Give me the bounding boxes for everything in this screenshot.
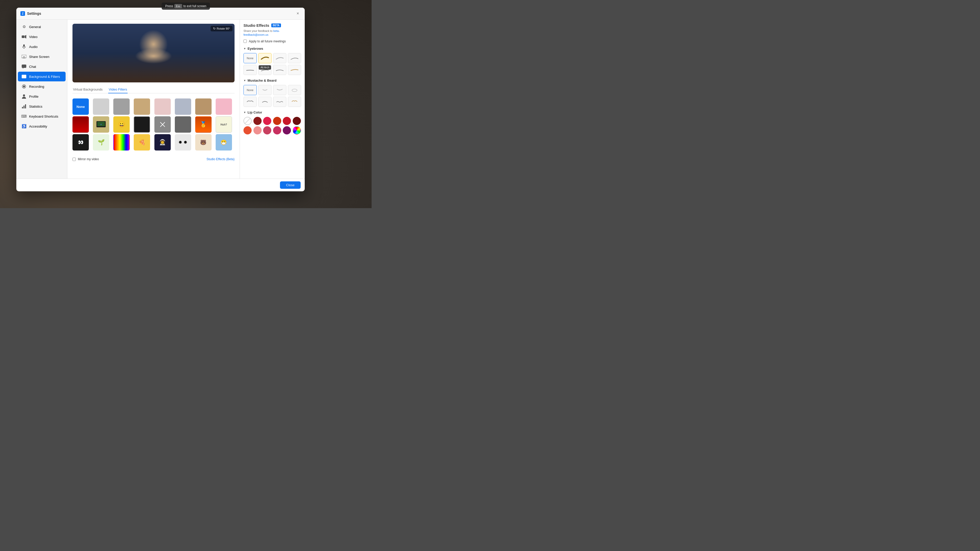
filter-bear[interactable]: 🐻 (195, 134, 212, 151)
lip-color-coral[interactable] (243, 126, 251, 135)
lip-color-header[interactable]: ▼ Lip Color (243, 110, 301, 114)
svg-rect-8 (22, 65, 26, 68)
filter-huh[interactable]: Huh? (216, 116, 232, 133)
mustache-style-7[interactable] (288, 97, 301, 107)
filter-red-curtain[interactable] (73, 116, 89, 133)
lip-color-dark-maroon[interactable] (293, 117, 301, 125)
filter-tan2[interactable] (195, 98, 212, 115)
sidebar-item-background-filters[interactable]: Background & Filters (18, 72, 65, 81)
filter-emoji[interactable]: 😀 (113, 116, 130, 133)
rotate-icon: ↻ (213, 27, 216, 30)
filter-pizza[interactable]: 🍕 (134, 134, 150, 151)
filter-grid-wrapper: None 📺 (73, 97, 234, 152)
apply-checkbox-input[interactable] (243, 40, 247, 43)
lip-color-dark-red[interactable] (253, 117, 262, 125)
keyboard-icon: ⌨ (21, 114, 27, 119)
sidebar: ⚙ General Video (16, 20, 67, 179)
filter-dots[interactable] (134, 116, 150, 133)
mustache-style-4[interactable] (243, 97, 257, 107)
sidebar-label-accessibility: Accessibility (29, 124, 47, 128)
mustache-header[interactable]: ▼ Mustache & Beard (243, 79, 301, 83)
window-close-button[interactable]: × (295, 11, 301, 16)
statistics-icon (21, 104, 27, 109)
filter-cross[interactable] (154, 116, 171, 133)
eyebrow-style-7[interactable] (288, 65, 301, 75)
lip-color-chevron: ▼ (243, 111, 246, 114)
studio-effects-link[interactable]: Studio Effects (Beta) (207, 157, 234, 161)
fullscreen-hint: Press Esc to exit full screen (162, 3, 210, 10)
sidebar-item-keyboard-shortcuts[interactable]: ⌨ Keyboard Shortcuts (18, 111, 65, 121)
filter-monitor[interactable] (175, 116, 191, 133)
bottom-bar: Mirror my video Studio Effects (Beta) (73, 156, 234, 161)
mustache-style-1[interactable] (258, 85, 272, 95)
sidebar-item-share-screen[interactable]: Share Screen (18, 52, 65, 62)
filter-tan[interactable] (134, 98, 150, 115)
rotate-button[interactable]: ↻ Rotate 90° (210, 26, 232, 32)
svg-rect-10 (22, 75, 26, 78)
mustache-style-2[interactable] (273, 85, 286, 95)
sidebar-item-general[interactable]: ⚙ General (18, 22, 65, 32)
mirror-checkbox-input[interactable] (73, 158, 76, 161)
eyebrows-header[interactable]: ▼ Eyebrows (243, 47, 301, 51)
eyebrows-grid: None Alt Arch (243, 53, 301, 75)
filter-none[interactable]: None (73, 98, 89, 115)
eyebrow-style-5[interactable] (258, 65, 272, 75)
bottom-close: Close (16, 179, 305, 191)
filter-sprout[interactable]: 🌱 (93, 134, 109, 151)
rotate-label: Rotate 90° (217, 27, 230, 30)
lip-color-orange-red[interactable] (273, 117, 281, 125)
filter-pink[interactable] (216, 98, 232, 115)
eyebrow-style-3[interactable] (288, 53, 301, 63)
filter-gray-blue[interactable] (175, 98, 191, 115)
eyebrow-style-4[interactable] (243, 65, 257, 75)
sidebar-item-statistics[interactable]: Statistics (18, 102, 65, 111)
eyebrow-alt-arch[interactable]: Alt Arch (258, 53, 272, 63)
mustache-style-3[interactable] (288, 85, 301, 95)
lip-color-red[interactable] (283, 117, 291, 125)
filter-dots2[interactable]: ✸ ✸ (175, 134, 191, 151)
close-dialog-button[interactable]: Close (280, 181, 301, 189)
filter-gray-medium[interactable] (113, 98, 130, 115)
eyebrow-style-6[interactable] (273, 65, 286, 75)
lip-color-rose[interactable] (263, 126, 271, 135)
filter-medal[interactable]: 🥇 (195, 116, 212, 133)
tab-virtual-backgrounds[interactable]: Virtual Backgrounds (73, 86, 103, 94)
mustache-none[interactable]: None (243, 85, 257, 95)
filter-tv[interactable]: 📺 (93, 116, 109, 133)
filter-astro[interactable]: 👨‍🚀 (154, 134, 171, 151)
mustache-style-5[interactable] (258, 97, 272, 107)
sidebar-item-recording[interactable]: Recording (18, 82, 65, 91)
filter-pink-light[interactable] (154, 98, 171, 115)
sidebar-label-keyboard-shortcuts: Keyboard Shortcuts (29, 114, 58, 118)
mustache-title: Mustache & Beard (248, 79, 277, 83)
sidebar-item-accessibility[interactable]: ♿ Accessibility (18, 121, 65, 131)
sidebar-item-chat[interactable]: Chat (18, 62, 65, 71)
filter-gray-light[interactable] (93, 98, 109, 115)
tab-video-filters[interactable]: Video Filters (108, 86, 127, 94)
eyebrow-none[interactable]: None (243, 53, 257, 63)
sidebar-label-audio: Audio (29, 45, 38, 49)
video-preview: ↻ Rotate 90° (73, 24, 234, 83)
eyebrow-style-2[interactable] (273, 53, 286, 63)
title-bar: Z Settings × (16, 8, 305, 20)
lip-color-rainbow[interactable] (293, 126, 301, 135)
filter-rainbow[interactable] (113, 134, 130, 151)
apply-checkbox[interactable]: Apply to all future meetings (243, 40, 301, 43)
apply-label: Apply to all future meetings (249, 40, 286, 43)
svg-point-13 (23, 86, 25, 87)
lip-color-title: Lip Color (248, 110, 262, 114)
sidebar-item-profile[interactable]: Profile (18, 92, 65, 101)
filter-mask[interactable]: 😷 (216, 134, 232, 151)
filter-eyes[interactable]: 👀 (73, 134, 89, 151)
sidebar-item-audio[interactable]: Audio (18, 42, 65, 52)
lip-color-pink[interactable] (253, 126, 262, 135)
lip-color-none[interactable] (243, 117, 251, 125)
lip-color-purple[interactable] (283, 126, 291, 135)
mirror-checkbox[interactable]: Mirror my video (73, 157, 99, 161)
mustache-style-6[interactable] (273, 97, 286, 107)
lip-color-bright-red[interactable] (263, 117, 271, 125)
studio-panel: Studio Effects BETA Share your feedback … (240, 20, 305, 179)
video-icon (21, 34, 27, 39)
lip-color-deep-rose[interactable] (273, 126, 281, 135)
sidebar-item-video[interactable]: Video (18, 32, 65, 41)
